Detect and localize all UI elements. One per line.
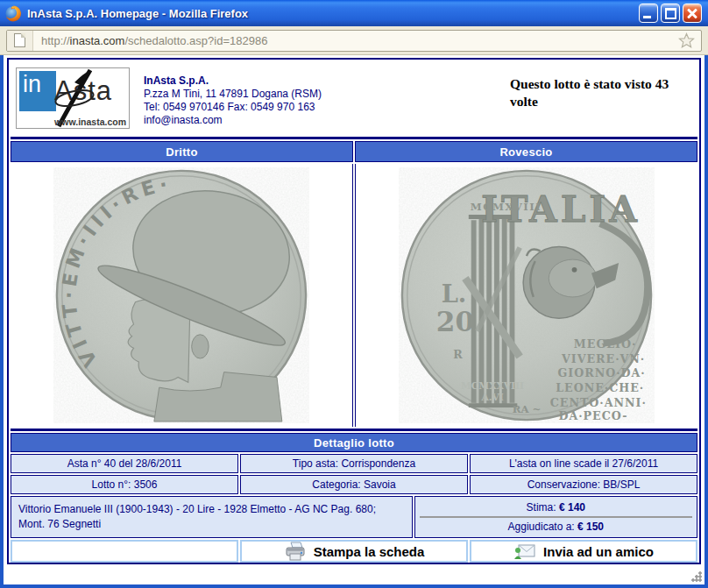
minimize-icon [643, 16, 651, 18]
lot-number-cell: Lotto n°: 3506 [11, 475, 238, 494]
email-icon [513, 542, 536, 561]
printer-icon [284, 542, 307, 561]
reverse-cell: ITALIA MCMXVIII L. 20 R MEGLIO· VIVERE·V… [355, 164, 697, 427]
url-domain: inasta.com [70, 34, 125, 47]
auction-number-cell: Asta n° 40 del 28/6/2011 [11, 454, 238, 473]
company-info: InAsta S.p.A. P.zza M Tini, 11 47891 Dog… [144, 67, 322, 132]
lot-detail-section: Dettaglio lotto Asta n° 40 del 28/6/2011… [11, 429, 697, 563]
price-cell: Stima: € 140 Aggiudicato a: € 150 [414, 496, 697, 538]
estimate-line: Stima: € 140 [415, 499, 697, 516]
detail-row-1: Asta n° 40 del 28/6/2011 Tipo asta: Corr… [11, 454, 697, 473]
print-sheet-label: Stampa la scheda [314, 544, 425, 559]
detail-title-bar: Dettaglio lotto [11, 433, 697, 452]
estimate-label: Stima: [527, 501, 556, 514]
page-icon-segment [7, 31, 33, 51]
reverse-mint: R [453, 348, 463, 361]
lot-views-counter: Questo lotto è stato visto 43 volte [510, 67, 692, 132]
hammer-value: € 150 [577, 521, 604, 533]
company-email: info@inasta.com [144, 114, 322, 127]
obverse-cell: VITT·EM·III·RE· [11, 164, 353, 427]
close-button[interactable] [683, 4, 702, 23]
conservation-cell: Conservazione: BB/SPL [470, 475, 697, 494]
reverse-motto-line: CENTO·ANNI· [550, 396, 647, 409]
window-title: InAsta S.p.A. Homepage - Mozilla Firefox [27, 7, 634, 20]
status-bar [4, 567, 704, 584]
reverse-date-bottom: MCMXXVIII [461, 380, 524, 392]
hammer-line: Aggiudicato a: € 150 [415, 518, 697, 535]
url-path: /schedalotto.asp?id=182986 [124, 34, 267, 47]
browser-window: InAsta S.p.A. Homepage - Mozilla Firefox… [0, 0, 708, 588]
page-header: in Asta www.inasta.com InAsta S.p.A. P.z… [11, 61, 697, 135]
action-row: Stampa la scheda Invia ad un amico [11, 540, 697, 563]
maximize-button[interactable] [661, 4, 680, 23]
reverse-motto-line: MEGLIO· [574, 337, 636, 351]
maximize-icon [665, 8, 676, 19]
company-address: P.zza M Tini, 11 47891 Dogana (RSM) [144, 88, 322, 101]
coin-images-row: VITT·EM·III·RE· [11, 164, 697, 427]
url-prefix: http:// [41, 34, 70, 47]
reverse-era: A.VI [480, 392, 503, 403]
reverse-date-top: MCMXVIII [471, 201, 542, 213]
page-icon [14, 33, 25, 47]
minimize-button[interactable] [639, 4, 658, 23]
coin-reverse-image: ITALIA MCMXVIII L. 20 R MEGLIO· VIVERE·V… [399, 167, 655, 423]
coin-obverse-image: VITT·EM·III·RE· [53, 167, 309, 423]
detail-row-2: Lotto n°: 3506 Categoria: Savoia Conserv… [11, 475, 697, 494]
auction-type-cell: Tipo asta: Corrispondenza [240, 454, 468, 473]
print-sheet-button[interactable]: Stampa la scheda [240, 540, 468, 563]
url-text: http://inasta.com/schedalotto.asp?id=182… [33, 34, 267, 47]
inasta-logo: in Asta www.inasta.com [16, 67, 130, 129]
company-phone: Tel: 0549 970146 Fax: 0549 970 163 [144, 101, 322, 114]
reverse-motto-line: VIVERE·VN· [561, 352, 645, 365]
logo-site-url: www.inasta.com [54, 117, 126, 127]
reverse-motto-line: GIORNO·DA· [558, 366, 646, 379]
category-cell: Categoria: Savoia [240, 475, 468, 494]
browser-toolbar: http://inasta.com/schedalotto.asp?id=182… [0, 26, 708, 55]
reverse-lira: L. [442, 280, 467, 308]
url-bar[interactable]: http://inasta.com/schedalotto.asp?id=182… [6, 30, 702, 52]
estimate-value: € 140 [559, 501, 585, 514]
description-row: Vittorio Emanuele III (1900-1943) - 20 L… [11, 496, 697, 538]
bookmark-star-icon[interactable] [678, 32, 695, 49]
coin-face-headers: Dritto Rovescio [11, 137, 697, 162]
firefox-icon [4, 4, 22, 22]
reverse-motto-line: LEONE·CHE· [556, 381, 644, 394]
reverse-header: Rovescio [355, 141, 697, 162]
obverse-header: Dritto [11, 141, 353, 162]
send-to-friend-label: Invia ad un amico [543, 544, 654, 559]
window-titlebar[interactable]: InAsta S.p.A. Homepage - Mozilla Firefox [0, 0, 708, 26]
reverse-motto-line: RA ~ [513, 403, 542, 415]
resize-grip[interactable] [691, 571, 702, 582]
content-frame: in Asta www.inasta.com InAsta S.p.A. P.z… [7, 58, 701, 564]
company-name: InAsta S.p.A. [144, 74, 322, 88]
send-to-friend-button[interactable]: Invia ad un amico [470, 540, 697, 563]
auction-deadline-cell: L'asta on line scade il 27/6/2011 [470, 454, 697, 473]
hammer-label: Aggiudicato a: [508, 521, 575, 533]
empty-action-cell [11, 540, 238, 563]
reverse-value: 20 [436, 306, 474, 337]
lot-description: Vittorio Emanuele III (1900-1943) - 20 L… [11, 496, 413, 538]
page-content: in Asta www.inasta.com InAsta S.p.A. P.z… [4, 55, 704, 567]
reverse-motto-line: DA·PECO- [558, 409, 627, 422]
